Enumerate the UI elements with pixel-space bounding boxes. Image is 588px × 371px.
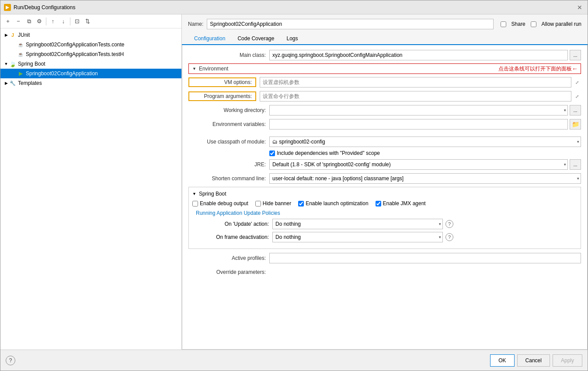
main-class-browse-button[interactable]: ...: [570, 50, 581, 60]
add-button[interactable]: +: [3, 17, 13, 26]
working-dir-control: ▾ ...: [269, 105, 581, 116]
hide-banner-checkbox[interactable]: [255, 201, 261, 206]
vm-options-expand-button[interactable]: ⤢: [573, 78, 581, 86]
spring-checkboxes: Enable debug output Hide banner Enable l…: [192, 200, 577, 206]
env-vars-label: Environment variables:: [188, 121, 269, 127]
jre-select[interactable]: Default (1.8 - SDK of 'springboot02-conf…: [269, 159, 568, 170]
apply-button[interactable]: Apply: [553, 354, 582, 367]
cancel-button[interactable]: Cancel: [517, 354, 550, 367]
move-up-button[interactable]: ↑: [48, 17, 58, 26]
junit-test2-label: Springboot02ConfigApplicationTests.testH: [26, 51, 124, 57]
tab-logs[interactable]: Logs: [280, 33, 304, 45]
share-config-button[interactable]: ⊡: [72, 17, 82, 26]
settings-button[interactable]: ⚙: [35, 17, 44, 26]
share-checkbox[interactable]: [501, 21, 506, 27]
spring-section-header: ▼ Spring Boot: [192, 191, 577, 197]
update-policies-title: Running Application Update Policies: [196, 210, 577, 216]
close-button[interactable]: ✕: [575, 3, 584, 12]
main-class-row: Main class: ...: [188, 49, 581, 61]
classpath-row: Use classpath of module: 🗂 springboot02-…: [188, 136, 581, 147]
shorten-cmd-label: Shorten command line:: [188, 175, 269, 182]
remove-button[interactable]: −: [14, 17, 23, 26]
tab-code-coverage[interactable]: Code Coverage: [231, 33, 280, 45]
jre-label: JRE:: [188, 161, 269, 168]
shorten-cmd-row: Shorten command line: user-local default…: [188, 173, 581, 184]
env-vars-row: Environment variables: 📁: [188, 119, 581, 130]
run-debug-dialog: ▶ Run/Debug Configurations ✕ + − ⧉ ⚙ ↑ ↓…: [0, 0, 588, 371]
update-action-help-icon[interactable]: ?: [445, 220, 453, 228]
tree-item-templates[interactable]: ▶ 🔧 Templates: [0, 78, 181, 88]
left-toolbar: + − ⧉ ⚙ ↑ ↓ ⊡ ⇅: [0, 14, 181, 28]
share-area: Share Allow parallel run: [501, 21, 581, 27]
jre-row: JRE: Default (1.8 - SDK of 'springboot02…: [188, 159, 581, 170]
environment-label: Environment: [199, 66, 228, 72]
frame-deactivation-label: On frame deactivation:: [196, 234, 272, 240]
frame-deactivation-help-icon[interactable]: ?: [445, 233, 453, 241]
program-args-expand-button[interactable]: ⤢: [573, 92, 581, 100]
program-args-input[interactable]: [260, 91, 571, 102]
shorten-cmd-select[interactable]: user-local default: none - java [options…: [269, 173, 581, 184]
env-right-arrow-icon: ←: [572, 65, 578, 72]
update-policies: Running Application Update Policies On '…: [196, 210, 577, 242]
name-row: Name: Share Allow parallel run: [182, 14, 588, 33]
templates-arrow: ▶: [3, 80, 9, 86]
main-class-input[interactable]: [269, 50, 568, 60]
jre-browse-button[interactable]: ...: [570, 159, 581, 170]
override-params-row: Override parameters:: [188, 266, 581, 278]
active-profiles-control: [269, 253, 581, 263]
update-action-label: On 'Update' action:: [196, 221, 272, 227]
update-action-select[interactable]: Do nothing: [272, 219, 443, 229]
enable-launch-opt-label: Enable launch optimization: [306, 200, 368, 206]
enable-debug-item: Enable debug output: [192, 200, 248, 206]
vm-options-row: VM options: ⤢: [188, 77, 581, 88]
tree-item-spring-boot[interactable]: ▼ 🍃 Spring Boot: [0, 59, 181, 69]
enable-jmx-checkbox[interactable]: [376, 201, 381, 206]
working-dir-label: Working directory:: [188, 107, 269, 113]
environment-bar[interactable]: ▼ Environment 点击这条线可以打开下面的面板 ←: [188, 63, 581, 74]
enable-launch-opt-checkbox[interactable]: [298, 201, 304, 206]
enable-debug-checkbox[interactable]: [192, 201, 198, 206]
dialog-icon: ▶: [4, 4, 11, 11]
tab-configuration[interactable]: Configuration: [188, 33, 231, 45]
toolbar-separator: [46, 18, 46, 25]
tree-item-junit-test1[interactable]: ☕ Springboot02ConfigApplicationTests.con…: [0, 40, 181, 49]
working-dir-browse-button[interactable]: ...: [570, 105, 581, 116]
name-input[interactable]: [207, 19, 493, 29]
program-args-row: Program arguments: ⤢: [188, 91, 581, 102]
junit-test1-label: Springboot02ConfigApplicationTests.conte: [26, 42, 124, 48]
copy-button[interactable]: ⧉: [24, 17, 34, 26]
parallel-checkbox[interactable]: [531, 21, 536, 27]
vm-options-label: VM options:: [188, 77, 256, 87]
include-deps-checkbox[interactable]: [269, 150, 275, 156]
env-vars-input[interactable]: [269, 119, 568, 130]
main-class-control: ...: [269, 50, 581, 60]
name-label: Name:: [188, 21, 203, 27]
move-down-button[interactable]: ↓: [59, 17, 68, 26]
junit-arrow: ▶: [3, 32, 9, 38]
spring-section-arrow: ▼: [192, 192, 196, 196]
working-dir-input[interactable]: [269, 105, 568, 116]
share-label: Share: [511, 21, 525, 27]
active-profiles-input[interactable]: [269, 253, 581, 263]
tree-item-spring-app[interactable]: ▶ Springboot02ConfigApplication: [0, 69, 181, 78]
tabs-row: Configuration Code Coverage Logs: [182, 33, 588, 45]
env-vars-browse-button[interactable]: 📁: [570, 119, 581, 130]
sort-button[interactable]: ⇅: [83, 17, 92, 26]
left-panel: + − ⧉ ⚙ ↑ ↓ ⊡ ⇅ ▶ J JUnit: [0, 14, 182, 350]
include-deps-row: Include dependencies with "Provided" sco…: [188, 150, 581, 156]
env-vars-control: 📁: [269, 119, 581, 130]
classpath-select[interactable]: 🗂 springboot02-config: [269, 136, 581, 147]
tree-item-junit-test2[interactable]: ☕ Springboot02ConfigApplicationTests.tes…: [0, 49, 181, 59]
main-class-label: Main class:: [188, 52, 269, 58]
ok-button[interactable]: OK: [490, 354, 514, 367]
frame-deactivation-select[interactable]: Do nothing: [272, 232, 443, 242]
java-icon-1: ☕: [17, 41, 24, 48]
help-button[interactable]: ?: [6, 356, 15, 365]
tree-item-junit[interactable]: ▶ J JUnit: [0, 30, 181, 40]
spring-icon: 🍃: [9, 60, 16, 67]
templates-label: Templates: [18, 80, 42, 86]
title-bar: ▶ Run/Debug Configurations ✕: [0, 0, 588, 14]
update-action-select-wrapper: Do nothing ▾: [272, 219, 443, 229]
toolbar-separator-2: [70, 18, 70, 25]
vm-options-input[interactable]: [260, 77, 571, 88]
